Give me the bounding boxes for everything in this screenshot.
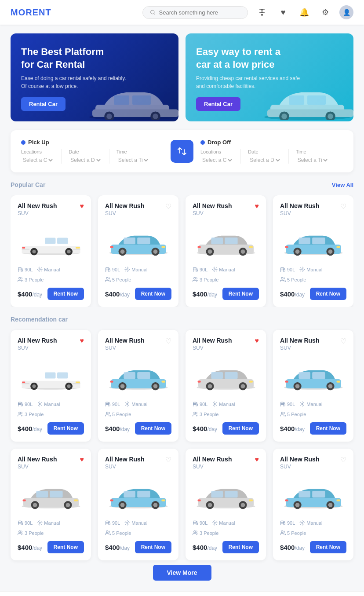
heart-button[interactable]: ♥ xyxy=(80,337,84,345)
car-type: SUV xyxy=(193,210,232,216)
pickup-location-select[interactable]: Select a City xyxy=(21,157,54,164)
heart-button[interactable]: ♡ xyxy=(340,202,346,211)
rent-now-button[interactable]: Rent Now xyxy=(135,422,171,435)
svg-point-22 xyxy=(281,113,287,119)
filter-icon[interactable] xyxy=(255,5,269,19)
svg-rect-141 xyxy=(18,522,22,523)
svg-rect-36 xyxy=(22,247,25,249)
rent-now-button[interactable]: Rent Now xyxy=(222,288,259,300)
svg-point-175 xyxy=(295,503,299,507)
search-bar[interactable] xyxy=(142,6,248,19)
recommendation-section: Recomendation car All New Rush SUV ♥ xyxy=(0,316,364,581)
car-card-header: All New Rush SUV ♥ xyxy=(193,456,259,470)
bell-icon[interactable]: 🔔 xyxy=(297,5,311,19)
rent-now-button[interactable]: Rent Now xyxy=(310,288,346,300)
avatar[interactable]: 👤 xyxy=(339,5,353,19)
heart-button[interactable]: ♥ xyxy=(255,337,259,345)
pickup-fields: Locations Select a City Date Select a Da… xyxy=(21,149,164,164)
hero-light-btn[interactable]: Rental Car xyxy=(196,97,240,111)
rent-now-button[interactable]: Rent Now xyxy=(47,541,84,553)
car-name: All New Rush xyxy=(105,202,144,209)
rent-now-button[interactable]: Rent Now xyxy=(135,541,171,553)
svg-point-99 xyxy=(153,384,157,388)
popular-view-all[interactable]: View All xyxy=(332,182,353,188)
rent-now-button[interactable]: Rent Now xyxy=(222,422,259,435)
heart-button[interactable]: ♡ xyxy=(165,337,171,345)
svg-rect-139 xyxy=(74,500,77,501)
svg-line-1 xyxy=(154,13,155,14)
car-info: All New Rush SUV xyxy=(193,202,232,216)
rent-now-button[interactable]: Rent Now xyxy=(47,422,84,435)
svg-rect-56 xyxy=(225,238,237,244)
car-type: SUV xyxy=(280,210,319,216)
svg-rect-76 xyxy=(281,269,284,270)
heart-button[interactable]: ♥ xyxy=(255,456,259,464)
rent-now-button[interactable]: Rent Now xyxy=(47,288,84,300)
heart-button[interactable]: ♡ xyxy=(340,456,346,464)
svg-point-130 xyxy=(281,412,283,414)
svg-point-117 xyxy=(194,412,196,414)
pickup-dot xyxy=(21,140,25,145)
car-type: SUV xyxy=(280,464,319,470)
dropoff-time-select[interactable]: Select a Time xyxy=(296,157,329,164)
car-name: All New Rush xyxy=(18,456,57,463)
brand-logo[interactable]: MORENT xyxy=(11,7,51,18)
dropoff-date-select[interactable]: Select a Date xyxy=(248,157,281,164)
pickup-time-select[interactable]: Select a Time xyxy=(116,157,149,164)
car-info: All New Rush SUV xyxy=(18,337,57,351)
car-footer: $400/day Rent Now xyxy=(105,422,171,435)
car-people: 5 People xyxy=(105,277,131,282)
rent-now-button[interactable]: Rent Now xyxy=(310,541,346,553)
footer: Morent Our vision is to provide convenie… xyxy=(0,591,364,596)
car-name: All New Rush xyxy=(193,456,232,463)
car-people: 5 People xyxy=(105,530,131,536)
settings-icon[interactable]: ⚙ xyxy=(318,5,332,19)
svg-point-112 xyxy=(240,384,245,388)
svg-point-162 xyxy=(207,503,212,507)
car-image xyxy=(193,222,259,261)
filter-bar: Pick Up Locations Select a City Date Sel… xyxy=(11,130,353,172)
car-card: All New Rush SUV ♥ 90L xyxy=(11,195,91,307)
heart-button[interactable]: ♡ xyxy=(340,337,346,345)
heart-button[interactable]: ♥ xyxy=(80,202,84,210)
pickup-location-field: Locations Select a City xyxy=(21,149,62,164)
view-more-button[interactable]: View More xyxy=(153,565,211,581)
car-specs: 90L Manual 3 People xyxy=(193,401,259,417)
hero-dark-btn[interactable]: Rental Car xyxy=(21,97,66,111)
heart-button[interactable]: ♥ xyxy=(255,202,259,210)
swap-button[interactable] xyxy=(171,140,193,163)
rent-now-button[interactable]: Rent Now xyxy=(222,541,259,553)
rent-now-button[interactable]: Rent Now xyxy=(135,288,171,300)
car-card: All New Rush SUV ♡ 90L Ma xyxy=(98,195,178,307)
heart-button[interactable]: ♥ xyxy=(80,456,84,464)
svg-rect-146 xyxy=(124,491,135,497)
heart-icon[interactable]: ♥ xyxy=(276,5,290,19)
svg-rect-134 xyxy=(50,491,62,497)
hero-dark-title: The Best Platform for Car Rental xyxy=(21,46,118,71)
svg-rect-87 xyxy=(76,382,80,384)
car-people: 5 People xyxy=(280,530,306,536)
car-price: $400/day xyxy=(280,544,305,551)
svg-rect-159 xyxy=(211,491,223,497)
svg-point-24 xyxy=(328,113,333,119)
rent-now-button[interactable]: Rent Now xyxy=(310,422,346,435)
car-type: SUV xyxy=(18,464,57,470)
pickup-date-select[interactable]: Select a Date xyxy=(69,157,102,164)
svg-rect-100 xyxy=(161,381,165,383)
hero-card-dark: The Best Platform for Car Rental Ease of… xyxy=(11,33,178,121)
search-input[interactable] xyxy=(159,9,240,16)
heart-button[interactable]: ♡ xyxy=(165,202,171,211)
svg-point-90 xyxy=(39,403,40,405)
car-price: $400/day xyxy=(280,425,305,432)
car-type: SUV xyxy=(105,464,144,470)
car-card: All New Rush SUV ♥ 90L Ma xyxy=(186,195,266,307)
dropoff-location-select[interactable]: Select a City xyxy=(200,157,233,164)
svg-rect-16 xyxy=(114,95,129,105)
dropoff-dot xyxy=(200,140,205,145)
svg-point-13 xyxy=(106,113,112,119)
car-footer: $400/day Rent Now xyxy=(105,541,171,553)
heart-button[interactable]: ♡ xyxy=(165,456,171,464)
car-transmission: Manual xyxy=(212,267,235,272)
hero-light-title: Easy way to rent a car at a low price xyxy=(196,46,293,71)
svg-point-103 xyxy=(127,403,128,405)
